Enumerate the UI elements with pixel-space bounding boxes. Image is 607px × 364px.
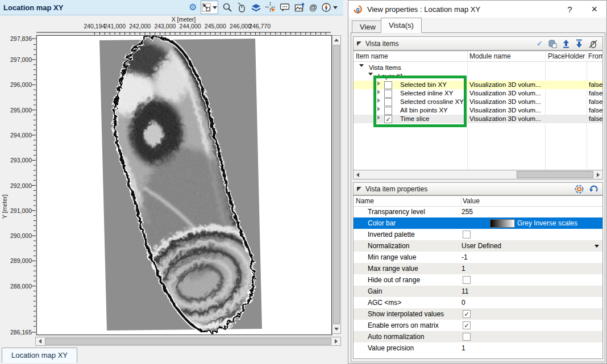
map-area: X [meter] Y [meter] 240,194241,000242,00… bbox=[0, 15, 343, 346]
vista-items-tree: Item name Module name PlaceHolder From V… bbox=[353, 51, 603, 179]
property-value: 1 bbox=[462, 344, 465, 352]
property-row[interactable]: AGC <ms>0 bbox=[354, 297, 602, 308]
property-name: Max range value bbox=[368, 265, 418, 273]
tree-horizontal-scrollbar[interactable] bbox=[354, 170, 602, 179]
export-image-icon[interactable] bbox=[294, 2, 305, 13]
y-tick-label: 288,000 bbox=[0, 283, 32, 290]
y-tick-label: 297,836 bbox=[0, 35, 32, 42]
item-visibility-checkbox[interactable] bbox=[384, 90, 392, 98]
help-button[interactable]: ? bbox=[567, 5, 572, 14]
map-panel-title: Location map XY bbox=[0, 3, 63, 12]
expander-expanded-icon[interactable] bbox=[368, 73, 373, 76]
tab-location-map-xy[interactable]: Location map XY bbox=[2, 348, 77, 363]
property-row[interactable]: Max range value1 bbox=[354, 263, 602, 274]
tree-row[interactable]: Selected crossline XYVisualization 3D vo… bbox=[354, 98, 602, 106]
tab-vistas[interactable]: Vista(s) bbox=[381, 18, 422, 33]
y-tick-label: 290,000 bbox=[0, 232, 32, 239]
column-name[interactable]: Name bbox=[356, 197, 374, 205]
comment-bubble-icon[interactable] bbox=[280, 2, 290, 13]
property-row[interactable]: Auto normalization bbox=[354, 331, 602, 342]
property-row[interactable]: NormalizationUser Defined bbox=[354, 240, 602, 252]
property-row[interactable]: Hide out of range bbox=[354, 274, 602, 286]
property-checkbox[interactable]: ✓ bbox=[463, 310, 471, 318]
tree-item-label: Vista Items bbox=[369, 64, 401, 71]
column-placeholder[interactable]: PlaceHolder bbox=[548, 52, 585, 60]
x-tick-label: 245,000 bbox=[205, 23, 226, 30]
undo-icon[interactable] bbox=[589, 185, 598, 194]
property-row[interactable]: Value precision1 bbox=[354, 342, 602, 354]
property-row[interactable]: Enable errors on matrix✓ bbox=[354, 320, 602, 331]
select-mode-button[interactable] bbox=[201, 1, 218, 14]
x-tick-label: 241,000 bbox=[104, 23, 126, 30]
pick-position-icon[interactable] bbox=[265, 2, 276, 13]
tree-row[interactable]: ✓Time sliceVisualization 3D volum...fals… bbox=[354, 115, 602, 123]
expander-collapsed-icon[interactable] bbox=[377, 107, 380, 111]
compass-dropdown[interactable] bbox=[333, 6, 338, 9]
property-checkbox[interactable] bbox=[463, 231, 471, 239]
y-tick-label: 286,165 bbox=[0, 329, 32, 336]
property-value: User Defined bbox=[462, 242, 501, 250]
property-row[interactable]: Gain11 bbox=[354, 286, 602, 297]
mouse-disabled-icon[interactable] bbox=[588, 39, 598, 48]
item-visibility-checkbox[interactable] bbox=[384, 98, 392, 106]
mouse-tool-icon[interactable] bbox=[236, 2, 247, 13]
item-visibility-checkbox[interactable] bbox=[384, 81, 392, 89]
map-canvas[interactable] bbox=[36, 35, 332, 335]
property-checkbox[interactable] bbox=[463, 276, 471, 284]
properties-tab-bar: View Vista(s) bbox=[348, 18, 606, 32]
dropdown-caret-icon[interactable] bbox=[594, 245, 599, 248]
expander-expanded-icon[interactable] bbox=[359, 64, 364, 67]
vista-items-section-header[interactable]: Vista items ✓ bbox=[353, 36, 603, 51]
record-target-icon[interactable] bbox=[575, 185, 584, 194]
zoom-magnifier-icon[interactable] bbox=[222, 2, 232, 13]
move-down-icon[interactable] bbox=[575, 39, 583, 48]
property-checkbox[interactable]: ✓ bbox=[463, 321, 471, 329]
column-module-name[interactable]: Module name bbox=[469, 52, 511, 60]
property-row[interactable]: Inverted palette bbox=[354, 229, 602, 240]
properties-header-row: Name Value bbox=[354, 196, 602, 207]
item-visibility-checkbox[interactable]: ✓ bbox=[384, 115, 392, 123]
tree-row[interactable]: Vista Items bbox=[354, 64, 602, 72]
x-axis-title: X [meter] bbox=[36, 16, 331, 23]
y-tick-label: 295,000 bbox=[0, 107, 32, 114]
property-row[interactable]: Show interpolated values✓ bbox=[354, 308, 602, 320]
from-cell: false bbox=[589, 107, 602, 114]
property-row[interactable]: Color barGrey Inverse scales bbox=[354, 217, 602, 229]
map-vertical-scrollbar[interactable] bbox=[332, 35, 341, 334]
tree-row[interactable]: All bin points XYVisualization 3D volum.… bbox=[354, 106, 602, 115]
expander-collapsed-icon[interactable] bbox=[377, 98, 380, 103]
move-up-icon[interactable] bbox=[562, 39, 570, 48]
apply-check-icon[interactable]: ✓ bbox=[537, 39, 543, 48]
column-from[interactable]: From bbox=[588, 52, 603, 60]
tree-item-label: Selected inline XY bbox=[400, 90, 453, 97]
tree-row[interactable]: Selected bin XYVisualization 3D volum...… bbox=[354, 81, 602, 89]
property-checkbox[interactable] bbox=[463, 333, 471, 341]
close-icon[interactable]: × bbox=[591, 5, 597, 14]
tree-item-label: Layer #1 bbox=[378, 73, 404, 80]
copy-data-icon[interactable] bbox=[548, 39, 557, 48]
property-name: Show interpolated values bbox=[368, 310, 444, 318]
expander-collapsed-icon[interactable] bbox=[377, 90, 380, 94]
tree-row[interactable]: Selected inline XYVisualization 3D volum… bbox=[354, 89, 602, 98]
item-visibility-checkbox[interactable] bbox=[384, 107, 392, 115]
map-toolbar: ⚙ bbox=[189, 1, 343, 14]
colorbar-gradient-swatch[interactable] bbox=[490, 219, 515, 228]
map-horizontal-scrollbar[interactable] bbox=[35, 337, 341, 346]
tree-item-label: All bin points XY bbox=[400, 107, 448, 114]
measure-at-icon[interactable]: @ bbox=[309, 2, 317, 13]
layers-icon[interactable] bbox=[251, 2, 261, 13]
settings-gear-icon[interactable]: ⚙ bbox=[189, 2, 197, 13]
collapse-triangle-icon bbox=[357, 41, 361, 46]
column-value[interactable]: Value bbox=[463, 197, 480, 205]
expander-collapsed-icon[interactable] bbox=[377, 115, 380, 120]
column-item-name[interactable]: Item name bbox=[356, 52, 388, 60]
vista-item-properties-section-header[interactable]: Vista item properties bbox=[353, 182, 603, 195]
property-row[interactable]: Min range value-1 bbox=[354, 252, 602, 263]
tab-view[interactable]: View bbox=[352, 20, 384, 32]
expander-collapsed-icon[interactable] bbox=[377, 81, 380, 86]
property-row[interactable]: Transparency level255 bbox=[354, 206, 602, 217]
compass-button[interactable] bbox=[321, 2, 338, 13]
select-mode-dropdown[interactable] bbox=[213, 6, 217, 9]
tree-row[interactable]: Layer #1 bbox=[354, 72, 602, 81]
from-cell: false bbox=[589, 115, 602, 122]
